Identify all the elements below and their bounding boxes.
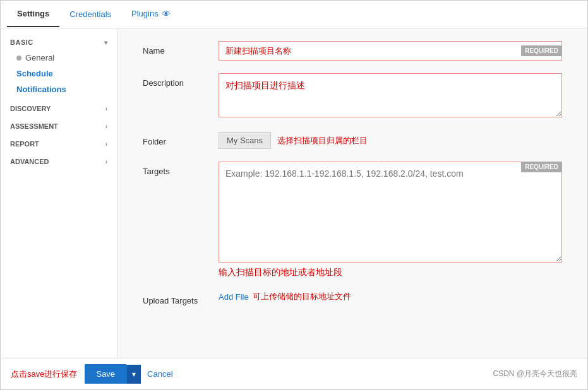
name-row: Name REQUIRED [143, 41, 562, 61]
targets-textarea[interactable] [219, 162, 562, 263]
targets-label: Targets [143, 162, 219, 176]
upload-wrapper: Add File 可上传储储的目标地址文件 [219, 291, 562, 302]
description-row: Description [143, 73, 562, 119]
save-btn-group: Save ▾ [85, 364, 141, 384]
folder-wrapper: My Scans 选择扫描项目归属的栏目 [219, 132, 562, 149]
sidebar-section-advanced[interactable]: ADVANCED › [1, 153, 117, 170]
name-required-badge: REQUIRED [521, 45, 562, 56]
chevron-down-icon: ▾ [104, 39, 108, 46]
sidebar-section-discovery[interactable]: DISCOVERY › [1, 100, 117, 117]
advanced-label: ADVANCED [10, 158, 49, 165]
sidebar-section-assessment[interactable]: ASSESSMENT › [1, 117, 117, 135]
name-input[interactable] [219, 41, 562, 61]
tab-plugins[interactable]: Plugins 👁 [121, 1, 181, 28]
save-hint: 点击save进行保存 [11, 369, 77, 380]
sidebar-basic-header[interactable]: BASIC ▾ [1, 35, 117, 50]
bottom-bar: 点击save进行保存 Save ▾ Cancel CSDN @月亮今天也很亮 [1, 358, 587, 389]
upload-targets-row: Upload Targets Add File 可上传储储的目标地址文件 [143, 291, 562, 305]
description-textarea[interactable] [219, 73, 562, 117]
targets-required-badge: REQUIRED [521, 162, 562, 172]
tabs-header: Settings Credentials Plugins 👁 [1, 1, 587, 28]
chevron-right-icon: › [105, 105, 107, 112]
tab-settings[interactable]: Settings [7, 1, 59, 27]
sidebar-item-notifications[interactable]: Notifications [1, 81, 117, 97]
folder-row: Folder My Scans 选择扫描项目归属的栏目 [143, 132, 562, 149]
assessment-label: ASSESSMENT [10, 122, 58, 130]
sidebar: BASIC ▾ General Schedule Notifications D… [1, 28, 117, 358]
folder-hint: 选择扫描项目归属的栏目 [277, 135, 368, 146]
bottom-left: 点击save进行保存 Save ▾ Cancel [11, 364, 173, 384]
sidebar-item-general[interactable]: General [1, 50, 117, 66]
add-file-link[interactable]: Add File [219, 292, 249, 302]
save-dropdown-button[interactable]: ▾ [126, 365, 141, 384]
content-area: BASIC ▾ General Schedule Notifications D… [1, 28, 587, 358]
upload-targets-label: Upload Targets [143, 291, 219, 305]
name-input-wrapper: REQUIRED [219, 41, 562, 61]
chevron-right-icon2: › [105, 123, 107, 130]
report-label: REPORT [10, 140, 39, 148]
folder-value[interactable]: My Scans [219, 132, 271, 149]
targets-hint: 输入扫描目标的地址或者地址段 [219, 267, 562, 278]
cancel-button[interactable]: Cancel [147, 369, 172, 379]
name-control: REQUIRED [219, 41, 562, 61]
folder-control: My Scans 选择扫描项目归属的栏目 [219, 132, 562, 149]
sidebar-section-basic: BASIC ▾ General Schedule Notifications [1, 35, 117, 97]
sidebar-item-schedule[interactable]: Schedule [1, 66, 117, 81]
tab-credentials[interactable]: Credentials [59, 2, 121, 27]
discovery-label: DISCOVERY [10, 105, 51, 112]
plugins-label: Plugins [131, 9, 159, 18]
eye-icon: 👁 [162, 9, 171, 19]
save-button[interactable]: Save [85, 364, 126, 384]
targets-control: REQUIRED 输入扫描目标的地址或者地址段 [219, 162, 562, 278]
folder-label: Folder [143, 132, 219, 146]
description-control [219, 73, 562, 119]
upload-hint: 可上传储储的目标地址文件 [253, 291, 351, 302]
dot-icon [16, 56, 21, 61]
chevron-right-icon3: › [105, 141, 107, 148]
name-label: Name [143, 41, 219, 56]
basic-label: BASIC [10, 38, 33, 46]
targets-wrapper: REQUIRED [219, 162, 562, 264]
watermark: CSDN @月亮今天也很亮 [493, 369, 577, 379]
targets-row: Targets REQUIRED 输入扫描目标的地址或者地址段 [143, 162, 562, 278]
form-area: Name REQUIRED Description Folder [117, 28, 587, 358]
chevron-right-icon4: › [105, 158, 107, 165]
upload-targets-control: Add File 可上传储储的目标地址文件 [219, 291, 562, 302]
description-label: Description [143, 73, 219, 88]
general-label: General [25, 53, 54, 62]
sidebar-section-report[interactable]: REPORT › [1, 135, 117, 153]
